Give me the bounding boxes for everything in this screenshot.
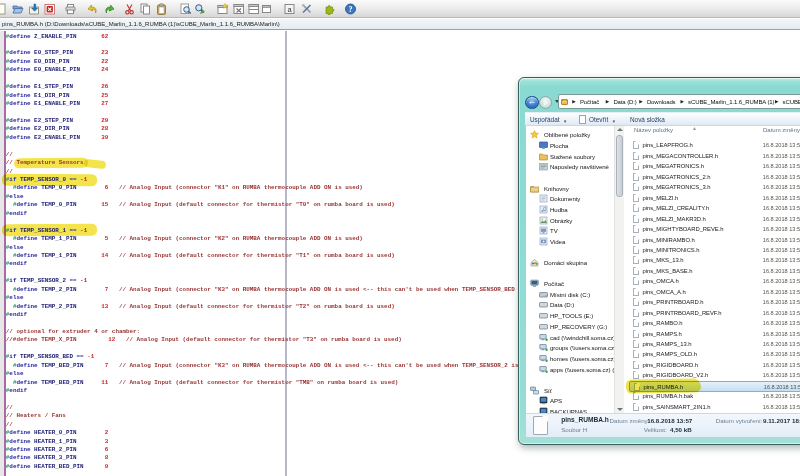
svg-text:?: ? <box>349 5 353 14</box>
